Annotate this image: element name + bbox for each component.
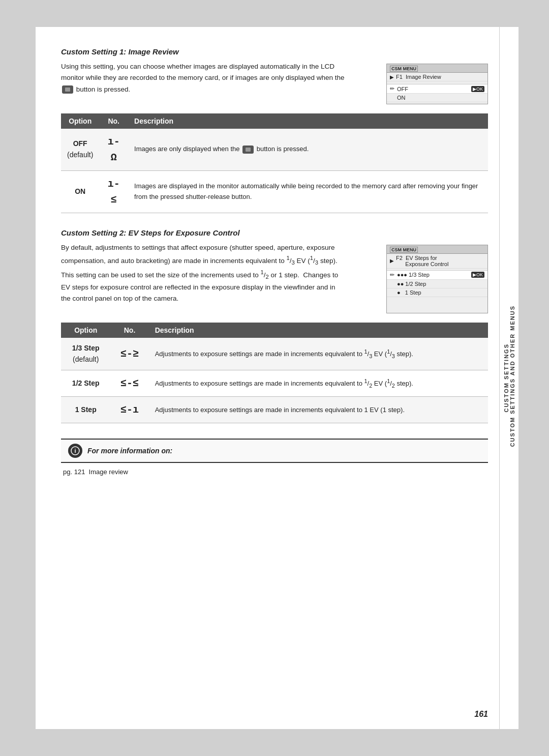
table-2-row3-option: 1 Step: [61, 397, 110, 423]
csm-menu-1-row3: ON: [387, 94, 487, 102]
section1: Custom Setting 1: Image Review Using thi…: [61, 47, 488, 213]
csm-menu-1-f1: F1 Image Review: [396, 74, 441, 80]
csm-menu-2-title: CSM MENU: [387, 245, 487, 254]
for-more-box: i For more information on:: [61, 439, 488, 463]
playback-button-icon: [62, 85, 73, 94]
table-row: 1/3 Step(default) ≤-≥ Adjustments to exp…: [61, 338, 488, 370]
csm2-cursor: ✏: [390, 272, 397, 278]
csm2-f2: F2 EV Steps for Exposure Control: [396, 255, 448, 267]
csm-menu-1-row2: ✏ OFF ▶OK: [387, 84, 487, 94]
table-1-col-option: Option: [61, 113, 99, 129]
sidebar-text-top: CUSTOM SETTINGS AND OTHER MENUS: [509, 305, 515, 447]
section2-intro-block: By default, adjustments to settings that…: [61, 242, 488, 313]
sidebar-text-bottom: CUSTOM SETTINGS: [503, 343, 509, 413]
section2-intro-text: By default, adjustments to settings that…: [61, 242, 346, 304]
section2: Custom Setting 2: EV Steps for Exposure …: [61, 228, 488, 424]
csm2-arrow: ▶: [390, 258, 394, 264]
table-2-header-row: Option No. Description: [61, 323, 488, 338]
table-2-col-desc: Description: [149, 323, 488, 338]
table-row: 1/2 Step ≤-≤ Adjustments to exposure set…: [61, 370, 488, 397]
table-row: ON ı-≤ Images are displayed in the monit…: [61, 170, 488, 213]
table-2-row2-no: ≤-≤: [110, 370, 148, 397]
table-1-col-desc: Description: [128, 113, 488, 129]
page-number: 161: [474, 710, 488, 719]
csm2-third-step: ●●● 1/3 Step: [397, 272, 430, 278]
table-1-col-no: No.: [99, 113, 128, 129]
table-2-row1-option: 1/3 Step(default): [61, 338, 110, 370]
csm-menu-2-row1: ▶ F2 EV Steps for Exposure Control: [387, 254, 487, 269]
csm-menu-2: CSM MENU ▶ F2 EV Steps for Exposure Cont…: [386, 245, 488, 313]
csm-menu-2-row3: ●● 1/2 Step: [387, 280, 487, 288]
csm-menu-2-row4: ● 1 Step: [387, 288, 487, 297]
table-2-row3-no: ≤-ı: [110, 397, 148, 423]
csm-menu-1: CSM MENU ▶ F1 Image Review ✏ OFF ▶OK ON: [386, 64, 488, 104]
csm2-half-step: ●● 1/2 Step: [397, 281, 426, 287]
page-container: Custom Setting 1: Image Review Using thi…: [36, 27, 513, 729]
table-1-row2-desc: Images are displayed in the monitor auto…: [128, 170, 488, 213]
table-1-row1-no: ı-Ω: [99, 129, 128, 171]
csm-ok-badge: ▶OK: [471, 86, 484, 92]
table-2-row2-option: 1/2 Step: [61, 370, 110, 397]
pg-ref-1: pg. 121 Image review: [61, 468, 488, 476]
csm-menu-1-on: ON: [397, 95, 406, 101]
playback-btn-icon-small: [242, 146, 254, 154]
pg-ref-1-page: pg. 121: [63, 468, 85, 476]
csm-menu-1-row1: ▶ F1 Image Review: [387, 73, 487, 81]
for-more-icon: i: [68, 444, 82, 458]
csm-menu-1-off: OFF: [397, 86, 408, 92]
info-icon: i: [71, 446, 80, 455]
sidebar: CUSTOM SETTINGS AND OTHER MENUS CUSTOM S…: [499, 27, 518, 729]
csm2-ok-badge: ▶OK: [471, 272, 484, 278]
table-2-row2-desc: Adjustments to exposure settings are mad…: [149, 370, 488, 397]
table-2-row3-desc: Adjustments to exposure settings are mad…: [149, 397, 488, 423]
section2-title: Custom Setting 2: EV Steps for Exposure …: [61, 228, 488, 237]
table-2-col-option: Option: [61, 323, 110, 338]
table-1: Option No. Description OFF(default) ı-Ω …: [61, 113, 488, 213]
section1-intro-text: Using this setting, you can choose wheth…: [61, 61, 346, 95]
csm-cursor-icon: ✏: [390, 85, 397, 92]
table-1-row2-option: ON: [61, 170, 99, 213]
section2-intro-left: By default, adjustments to settings that…: [61, 242, 371, 313]
csm2-one-step: ● 1 Step: [397, 289, 421, 296]
table-2: Option No. Description 1/3 Step(default)…: [61, 323, 488, 423]
table-1-header-row: Option No. Description: [61, 113, 488, 129]
table-2-col-no: No.: [110, 323, 148, 338]
section1-intro-block: Using this setting, you can choose wheth…: [61, 61, 488, 104]
table-2-row1-desc: Adjustments to exposure settings are mad…: [149, 338, 488, 370]
table-1-row1-option: OFF(default): [61, 129, 99, 171]
for-more-label: For more information on:: [87, 447, 172, 455]
table-2-row1-no: ≤-≥: [110, 338, 148, 370]
csm-menu-2-row2: ✏ ●●● 1/3 Step ▶OK: [387, 271, 487, 280]
section1-title: Custom Setting 1: Image Review: [61, 47, 488, 56]
section1-intro-left: Using this setting, you can choose wheth…: [61, 61, 371, 104]
csm-menu-1-title: CSM MENU: [387, 64, 487, 73]
table-1-row2-no: ı-≤: [99, 170, 128, 213]
table-row: OFF(default) ı-Ω Images are only display…: [61, 129, 488, 171]
pg-ref-1-text: Image review: [89, 468, 128, 476]
table-1-row1-desc: Images are only displayed when the butto…: [128, 129, 488, 171]
table-row: 1 Step ≤-ı Adjustments to exposure setti…: [61, 397, 488, 423]
svg-text:i: i: [74, 448, 76, 454]
csm-arrow: ▶: [390, 74, 394, 80]
